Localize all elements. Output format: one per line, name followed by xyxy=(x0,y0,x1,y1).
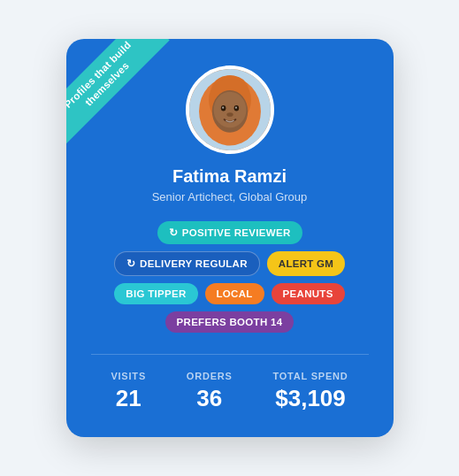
tag-prefers-booth[interactable]: PREFERS BOOTH 14 xyxy=(165,311,295,333)
stat-visits: VISITS 21 xyxy=(111,371,146,412)
stat-spend-label: TOTAL SPEND xyxy=(272,371,348,381)
stat-visits-label: VISITS xyxy=(111,371,146,381)
tags-row-2: BIG TIPPER LOCAL PEANUTS PREFERS BOOTH 1… xyxy=(91,283,369,333)
tag-big-tipper[interactable]: BIG TIPPER xyxy=(114,283,197,304)
tags-row-1: ↻ POSITIVE REVIEWER ↻ DELIVERY REGULAR A… xyxy=(91,221,369,276)
tag-alert-gm[interactable]: ALERT GM xyxy=(267,251,345,276)
stat-spend-value: $3,109 xyxy=(275,385,346,412)
ribbon-text: Profiles that build themselves xyxy=(66,39,170,147)
tag-delivery-regular[interactable]: ↻ DELIVERY REGULAR xyxy=(114,251,260,276)
refresh-icon-2: ↻ xyxy=(126,257,135,270)
tag-label: LOCAL xyxy=(217,288,253,299)
ribbon-banner: Profiles that build themselves xyxy=(66,39,204,177)
stat-orders-value: 36 xyxy=(196,385,222,412)
tag-label: DELIVERY REGULAR xyxy=(140,258,248,269)
stat-orders-label: ORDERS xyxy=(187,371,233,381)
tag-label: POSITIVE REVIEWER xyxy=(182,227,291,238)
tag-label: ALERT GM xyxy=(279,258,333,269)
tag-peanuts[interactable]: PEANUTS xyxy=(272,283,345,304)
person-title: Senior Artichect, Global Group xyxy=(152,190,308,203)
card-body: Profiles that build themselves xyxy=(66,39,394,437)
stats-row: VISITS 21 ORDERS 36 TOTAL SPEND $3,109 xyxy=(91,371,369,412)
tag-label: PEANUTS xyxy=(283,288,333,299)
tag-label: PREFERS BOOTH 14 xyxy=(177,317,283,327)
tag-local[interactable]: LOCAL xyxy=(205,283,264,304)
stat-visits-value: 21 xyxy=(116,385,142,412)
stat-orders: ORDERS 36 xyxy=(187,371,233,412)
tag-positive-reviewer[interactable]: ↻ POSITIVE REVIEWER xyxy=(157,221,302,244)
refresh-icon-1: ↻ xyxy=(169,226,178,239)
profile-card: Profiles that build themselves xyxy=(66,39,394,437)
tag-label: BIG TIPPER xyxy=(126,288,186,299)
stat-total-spend: TOTAL SPEND $3,109 xyxy=(272,371,348,412)
stats-divider xyxy=(91,354,369,355)
